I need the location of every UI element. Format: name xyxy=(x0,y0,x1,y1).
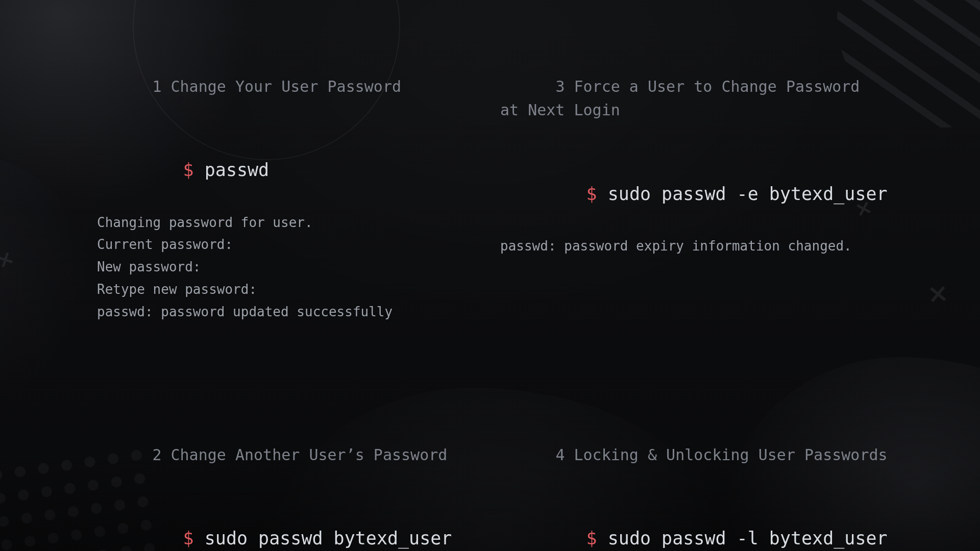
output-line: passwd: password expiry information chan… xyxy=(500,237,903,256)
section-heading: 1 Change Your User Password xyxy=(97,51,500,122)
bg-circle-left-mid xyxy=(0,153,92,418)
section-number: 1 xyxy=(152,78,161,95)
command-text: sudo passwd -e bytexd_user xyxy=(608,184,888,204)
command-line: $ passwd xyxy=(97,132,500,209)
section-title: Change Another User’s Password xyxy=(171,446,448,464)
prompt-symbol: $ xyxy=(586,184,597,204)
command-text: passwd xyxy=(205,160,269,180)
command-line: $ sudo passwd -e bytexd_user xyxy=(500,155,903,233)
output-line: New password: xyxy=(97,258,500,277)
section-4: 4 Locking & Unlocking User Passwords $ s… xyxy=(500,419,903,551)
prompt-symbol: $ xyxy=(183,528,194,548)
section-heading: 3 Force a User to Change Password at Nex… xyxy=(500,51,903,146)
output-line: passwd: password updated successfully xyxy=(97,303,500,322)
section-title: Force a User to Change Password at Next … xyxy=(500,78,860,119)
command-line: $ sudo passwd bytexd_user xyxy=(97,500,500,551)
command-block: $ sudo passwd -l bytexd_user passwd: pas… xyxy=(500,500,903,551)
output-line: Retype new password: xyxy=(97,280,500,299)
section-title: Change Your User Password xyxy=(171,78,402,95)
command-line: $ sudo passwd -l bytexd_user xyxy=(500,500,903,551)
prompt-symbol: $ xyxy=(586,528,597,548)
section-number: 2 xyxy=(152,446,161,464)
plus-icon: + xyxy=(0,243,18,276)
plus-icon: + xyxy=(919,273,958,314)
command-block: $ passwd Changing password for user. Cur… xyxy=(97,132,500,322)
section-2: 2 Change Another User’s Password $ sudo … xyxy=(97,419,500,551)
section-heading: 4 Locking & Unlocking User Passwords xyxy=(500,419,903,491)
section-title: Locking & Unlocking User Passwords xyxy=(574,446,888,464)
command-block: $ sudo passwd bytexd_user New password: … xyxy=(97,500,500,551)
section-3: 3 Force a User to Change Password at Nex… xyxy=(500,51,903,333)
section-number: 4 xyxy=(555,446,565,464)
content-grid: 1 Change Your User Password $ passwd Cha… xyxy=(97,51,909,551)
output-line: Changing password for user. xyxy=(97,213,500,233)
command-text: sudo passwd -l bytexd_user xyxy=(608,528,888,548)
section-number: 3 xyxy=(555,78,565,95)
section-1: 1 Change Your User Password $ passwd Cha… xyxy=(97,51,500,333)
output-line: Current password: xyxy=(97,235,500,255)
section-heading: 2 Change Another User’s Password xyxy=(97,419,500,491)
command-text: sudo passwd bytexd_user xyxy=(205,528,452,548)
prompt-symbol: $ xyxy=(183,160,194,180)
command-block: $ sudo passwd -e bytexd_user passwd: pas… xyxy=(500,155,903,256)
